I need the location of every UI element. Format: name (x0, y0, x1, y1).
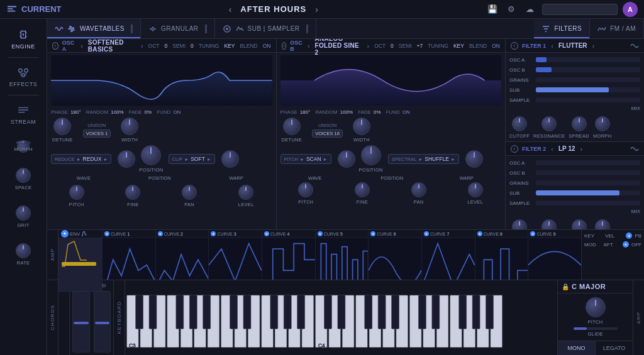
osc-b-pitch-selector[interactable]: PITCH ► SCAN ► (280, 154, 331, 164)
filter1-cutoff-knob[interactable]: CUTOFF (509, 116, 530, 139)
filter1-morph-knob[interactable]: MORPH (593, 116, 611, 139)
sidebar-item-effects[interactable]: EFFECTS (2, 62, 45, 91)
curve-8-header[interactable]: + CURVE 8 (475, 230, 529, 238)
env-curve-body[interactable] (58, 238, 103, 292)
osc-b-wave-knob[interactable] (338, 150, 355, 168)
osc-b-unison: UNISON VOICES 16 (312, 123, 343, 138)
osc-a-level-knob[interactable]: LEVEL (238, 185, 254, 207)
filter2-type: LP 12 (558, 145, 575, 152)
osc-b-detune-knob[interactable]: DETUNE (282, 117, 303, 143)
svg-rect-2 (8, 10, 16, 11)
filter1-sample-row: SAMPLE (509, 96, 640, 104)
osc-a-next[interactable]: › (140, 42, 145, 50)
osc-a-prev[interactable]: ‹ (79, 42, 84, 50)
osc-b-voices-badge[interactable]: VOICES 16 (312, 129, 343, 138)
osc-a-voices-badge[interactable]: VOICES 1 (83, 129, 111, 138)
filter1-spread-knob[interactable]: SPREAD (569, 116, 589, 139)
next-preset-button[interactable]: › (313, 4, 321, 14)
osc-a-waveform[interactable] (51, 55, 272, 106)
osc-a-pitch-knob[interactable]: PITCH (69, 185, 84, 207)
tab-fm-am[interactable]: FM / AM (590, 19, 644, 38)
wavetables-icon-2 (67, 25, 76, 33)
filter2-wave-icon (630, 145, 639, 153)
osc-b-prev[interactable]: ‹ (306, 42, 311, 50)
pb-plus[interactable]: + (626, 232, 632, 239)
filter1-info[interactable]: i (511, 42, 518, 50)
mono-button[interactable]: MONO (558, 341, 596, 355)
rate-knob[interactable]: RATE (16, 243, 31, 266)
legato-button[interactable]: LEGATO (596, 341, 633, 355)
osc-b-pan-knob[interactable]: PAN (411, 182, 426, 205)
tab-wavetables[interactable]: WAVETABLES (47, 19, 141, 38)
osc-b-info[interactable]: i (282, 42, 287, 50)
sidebar-item-stream[interactable]: STREAM (2, 99, 45, 129)
curve-1-header[interactable]: + CURVE 1 (103, 230, 156, 238)
osc-b-waveform[interactable] (280, 55, 502, 106)
osc-b-position-label: POSITION (359, 167, 383, 173)
osc-b-position-knob[interactable]: POSITION (359, 145, 383, 173)
osc-a-reduce-selector[interactable]: REDUCE ► REDUX ► (51, 154, 111, 164)
osc-b-pitch-knob[interactable]: PITCH (298, 182, 313, 205)
curve-5-header[interactable]: + CURVE 5 (316, 230, 369, 238)
curve-4-header[interactable]: + CURVE 4 (262, 230, 316, 238)
osc-a-detune-knob[interactable]: DETUNE (52, 117, 73, 143)
sidebar-item-engine[interactable]: ENGINE (2, 24, 45, 53)
svg-rect-44 (149, 295, 157, 329)
cloud-icon[interactable]: ☁ (523, 3, 537, 16)
osc-b-spectral-selector[interactable]: SPECTRAL ► SHUFFLE ► (388, 154, 459, 164)
piano-keys-area[interactable]: C3 (125, 280, 557, 355)
osc-a-width-knob[interactable]: WIDTH (121, 117, 138, 143)
osc-b-header: i OSC B ‹ ANALOG FOLDED SINE 2 › OCT 0 S… (277, 39, 506, 53)
save-icon[interactable]: 💾 (486, 3, 499, 16)
filter1-resonance-knob[interactable]: RESONANCE (533, 116, 565, 139)
off-plus[interactable]: + (623, 241, 629, 248)
curve-3-header[interactable]: + CURVE 3 (209, 230, 262, 238)
filter2-info[interactable]: i (511, 145, 518, 153)
tab-filters[interactable]: FILTERS (534, 19, 590, 38)
osc-a-pan-knob[interactable]: PAN (182, 185, 197, 207)
chords-label: CHORDS (50, 305, 55, 330)
pitch-knob-right[interactable]: PITCH (586, 297, 606, 325)
prev-preset-button[interactable]: ‹ (226, 4, 235, 14)
svg-rect-58 (418, 295, 426, 329)
osc-a-wave-knob[interactable] (118, 150, 135, 168)
env-curve-header[interactable]: + ENV (58, 230, 103, 238)
osc-a-position-knob[interactable]: POSITION (139, 145, 163, 173)
curve-9-header[interactable]: + CURVE 9 (528, 230, 581, 238)
glide-slider[interactable] (574, 327, 618, 330)
space-knob[interactable]: SPACE (15, 168, 31, 190)
filter2-cutoff-knob[interactable]: CUTOFF (509, 219, 530, 229)
osc-b-width-knob[interactable]: WIDTH (353, 117, 370, 143)
osc-a-info[interactable]: i (52, 42, 58, 50)
osc-a-clip-selector[interactable]: CLIP ► SOFT ► (169, 154, 215, 164)
tab-sub-sampler[interactable]: SUB | SAMPLER (215, 19, 316, 38)
svg-text:C3: C3 (129, 342, 136, 349)
grit-knob[interactable]: GRIT (16, 205, 31, 228)
osc-b-level-knob[interactable]: LEVEL (467, 182, 483, 205)
preset-search-bar[interactable] (542, 4, 618, 15)
settings-icon[interactable]: ⚙ (504, 3, 518, 16)
filter2-osc-a-row: OSC A (509, 158, 640, 167)
osc-a-wave-label-knob[interactable]: WAVE (77, 175, 91, 181)
filter2-morph-knob[interactable]: MORPH (593, 219, 611, 229)
filter1-grains-row: GRAINS (509, 75, 640, 84)
osc-b-shuffle-value: SHUFFLE (425, 156, 449, 162)
curve-2-header[interactable]: + CURVE 2 (156, 230, 209, 238)
bend-slider[interactable] (72, 291, 90, 352)
mod-slider[interactable] (94, 291, 111, 352)
curve-7-header[interactable]: + CURVE 7 (422, 230, 475, 238)
env-plus-icon[interactable]: + (61, 230, 69, 238)
user-avatar[interactable]: A (623, 2, 638, 17)
curve-6-header[interactable]: + CURVE 6 (369, 230, 422, 238)
filter2-spread-knob[interactable]: SPREAD (569, 219, 589, 229)
morph-knob[interactable]: MORPH (17, 140, 30, 153)
osc-b-next[interactable]: › (365, 42, 370, 50)
osc-a-warp-knob[interactable] (221, 150, 239, 168)
tab-granular[interactable]: GRANULAR (141, 19, 215, 38)
osc-a-fine-knob[interactable]: FINE (125, 185, 140, 207)
svg-rect-12 (62, 262, 96, 266)
osc-b-fine-knob[interactable]: FINE (355, 182, 370, 205)
key-vel-pb-row: KEY VEL + PB (584, 232, 641, 239)
filter2-resonance-knob[interactable]: RESONANCE (533, 219, 565, 229)
osc-b-warp-knob[interactable] (465, 150, 483, 168)
